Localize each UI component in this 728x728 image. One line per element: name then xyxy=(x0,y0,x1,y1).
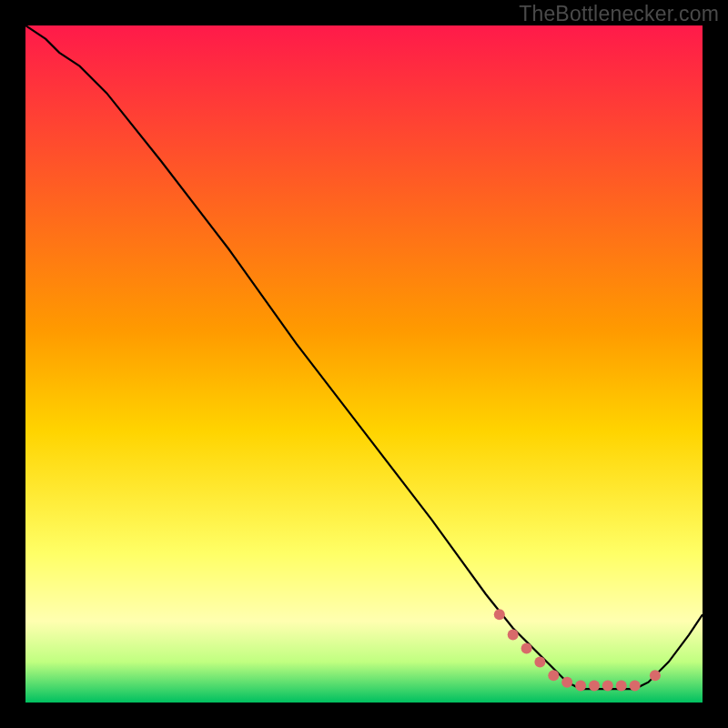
highlight-dot xyxy=(650,670,661,681)
chart-frame: TheBottlenecker.com xyxy=(0,0,728,728)
highlight-dot xyxy=(521,643,532,654)
highlight-dot xyxy=(575,680,586,691)
watermark-text: TheBottlenecker.com xyxy=(519,2,719,26)
highlight-dot xyxy=(602,680,613,691)
plot-area xyxy=(25,25,703,703)
highlight-dot xyxy=(548,670,559,681)
highlight-dot xyxy=(494,609,505,620)
highlight-dot xyxy=(630,680,641,691)
plot-svg xyxy=(25,25,703,703)
highlight-dot xyxy=(508,630,519,641)
highlight-dot xyxy=(589,680,600,691)
highlight-dot xyxy=(534,656,545,667)
highlight-dot xyxy=(616,680,627,691)
highlight-dot xyxy=(561,677,572,688)
gradient-background xyxy=(25,25,703,703)
